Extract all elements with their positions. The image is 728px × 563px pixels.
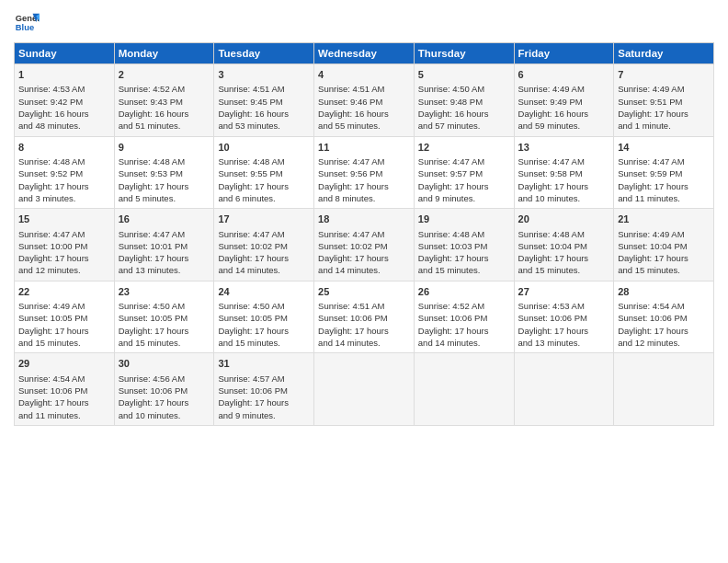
day-number: 25 bbox=[318, 285, 410, 299]
calendar-body: 1Sunrise: 4:53 AMSunset: 9:42 PMDaylight… bbox=[15, 64, 714, 426]
column-header-friday: Friday bbox=[514, 43, 614, 64]
calendar-cell: 13Sunrise: 4:47 AMSunset: 9:58 PMDayligh… bbox=[514, 136, 614, 209]
calendar-header-row: SundayMondayTuesdayWednesdayThursdayFrid… bbox=[15, 43, 714, 64]
day-number: 8 bbox=[18, 141, 110, 155]
calendar-cell: 11Sunrise: 4:47 AMSunset: 9:56 PMDayligh… bbox=[314, 136, 415, 209]
calendar-cell: 9Sunrise: 4:48 AMSunset: 9:53 PMDaylight… bbox=[114, 136, 214, 209]
calendar-cell: 5Sunrise: 4:50 AMSunset: 9:48 PMDaylight… bbox=[414, 64, 514, 137]
column-header-sunday: Sunday bbox=[15, 43, 115, 64]
calendar-cell: 14Sunrise: 4:47 AMSunset: 9:59 PMDayligh… bbox=[614, 136, 714, 209]
day-number: 13 bbox=[518, 141, 610, 155]
day-number: 31 bbox=[218, 357, 310, 371]
day-number: 30 bbox=[119, 357, 210, 371]
calendar-cell: 30Sunrise: 4:56 AMSunset: 10:06 PMDaylig… bbox=[114, 353, 214, 426]
column-header-saturday: Saturday bbox=[614, 43, 714, 64]
day-number: 22 bbox=[18, 285, 110, 299]
calendar-cell bbox=[614, 353, 714, 426]
week-row-2: 8Sunrise: 4:48 AMSunset: 9:52 PMDaylight… bbox=[15, 136, 714, 209]
week-row-4: 22Sunrise: 4:49 AMSunset: 10:05 PMDaylig… bbox=[15, 281, 714, 353]
calendar-cell: 10Sunrise: 4:48 AMSunset: 9:55 PMDayligh… bbox=[214, 136, 314, 209]
calendar-cell: 16Sunrise: 4:47 AMSunset: 10:01 PMDaylig… bbox=[114, 209, 214, 282]
calendar-cell: 23Sunrise: 4:50 AMSunset: 10:05 PMDaylig… bbox=[114, 281, 214, 353]
column-header-monday: Monday bbox=[114, 43, 214, 64]
day-number: 10 bbox=[218, 141, 310, 155]
svg-text:Blue: Blue bbox=[16, 23, 34, 32]
day-number: 23 bbox=[119, 285, 210, 299]
calendar-cell: 15Sunrise: 4:47 AMSunset: 10:00 PMDaylig… bbox=[15, 209, 115, 282]
calendar-cell: 25Sunrise: 4:51 AMSunset: 10:06 PMDaylig… bbox=[314, 281, 415, 353]
day-number: 17 bbox=[218, 213, 310, 226]
calendar-cell bbox=[514, 353, 614, 426]
column-header-tuesday: Tuesday bbox=[214, 43, 314, 64]
day-number: 12 bbox=[418, 141, 510, 155]
day-number: 21 bbox=[618, 213, 710, 226]
calendar-cell bbox=[314, 353, 415, 426]
calendar-cell: 22Sunrise: 4:49 AMSunset: 10:05 PMDaylig… bbox=[15, 281, 115, 353]
logo: General Blue bbox=[14, 9, 40, 35]
day-number: 14 bbox=[618, 141, 710, 155]
day-number: 28 bbox=[618, 285, 710, 299]
day-number: 19 bbox=[418, 213, 510, 226]
calendar-cell: 21Sunrise: 4:49 AMSunset: 10:04 PMDaylig… bbox=[614, 209, 714, 282]
day-number: 2 bbox=[119, 68, 210, 82]
day-number: 1 bbox=[18, 68, 110, 82]
day-number: 24 bbox=[218, 285, 310, 299]
day-number: 16 bbox=[119, 213, 210, 226]
day-number: 27 bbox=[518, 285, 610, 299]
day-number: 26 bbox=[418, 285, 510, 299]
calendar-cell: 17Sunrise: 4:47 AMSunset: 10:02 PMDaylig… bbox=[214, 209, 314, 282]
day-number: 4 bbox=[318, 68, 410, 82]
day-number: 9 bbox=[119, 141, 210, 155]
calendar-cell: 6Sunrise: 4:49 AMSunset: 9:49 PMDaylight… bbox=[514, 64, 614, 137]
calendar-table: SundayMondayTuesdayWednesdayThursdayFrid… bbox=[14, 42, 714, 426]
calendar-cell: 1Sunrise: 4:53 AMSunset: 9:42 PMDaylight… bbox=[15, 64, 115, 137]
day-number: 3 bbox=[218, 68, 310, 82]
calendar-cell: 24Sunrise: 4:50 AMSunset: 10:05 PMDaylig… bbox=[214, 281, 314, 353]
day-number: 15 bbox=[18, 213, 110, 226]
day-number: 18 bbox=[318, 213, 410, 226]
day-number: 7 bbox=[618, 68, 710, 82]
calendar-cell: 27Sunrise: 4:53 AMSunset: 10:06 PMDaylig… bbox=[514, 281, 614, 353]
day-number: 29 bbox=[18, 357, 110, 371]
calendar-cell: 29Sunrise: 4:54 AMSunset: 10:06 PMDaylig… bbox=[15, 353, 115, 426]
calendar-cell: 7Sunrise: 4:49 AMSunset: 9:51 PMDaylight… bbox=[614, 64, 714, 137]
calendar-cell: 2Sunrise: 4:52 AMSunset: 9:43 PMDaylight… bbox=[114, 64, 214, 137]
day-number: 20 bbox=[518, 213, 610, 226]
calendar-cell: 31Sunrise: 4:57 AMSunset: 10:06 PMDaylig… bbox=[214, 353, 314, 426]
calendar-cell: 28Sunrise: 4:54 AMSunset: 10:06 PMDaylig… bbox=[614, 281, 714, 353]
column-header-thursday: Thursday bbox=[414, 43, 514, 64]
calendar-cell: 26Sunrise: 4:52 AMSunset: 10:06 PMDaylig… bbox=[414, 281, 514, 353]
calendar-cell: 12Sunrise: 4:47 AMSunset: 9:57 PMDayligh… bbox=[414, 136, 514, 209]
logo-icon: General Blue bbox=[14, 9, 40, 35]
column-header-wednesday: Wednesday bbox=[314, 43, 415, 64]
calendar-cell: 4Sunrise: 4:51 AMSunset: 9:46 PMDaylight… bbox=[314, 64, 415, 137]
calendar-cell: 19Sunrise: 4:48 AMSunset: 10:03 PMDaylig… bbox=[414, 209, 514, 282]
calendar-cell: 3Sunrise: 4:51 AMSunset: 9:45 PMDaylight… bbox=[214, 64, 314, 137]
page: General Blue SundayMondayTuesdayWednesda… bbox=[0, 0, 728, 563]
calendar-cell: 20Sunrise: 4:48 AMSunset: 10:04 PMDaylig… bbox=[514, 209, 614, 282]
header: General Blue bbox=[14, 9, 714, 35]
day-number: 11 bbox=[318, 141, 410, 155]
calendar-cell: 18Sunrise: 4:47 AMSunset: 10:02 PMDaylig… bbox=[314, 209, 415, 282]
week-row-5: 29Sunrise: 4:54 AMSunset: 10:06 PMDaylig… bbox=[15, 353, 714, 426]
week-row-3: 15Sunrise: 4:47 AMSunset: 10:00 PMDaylig… bbox=[15, 209, 714, 282]
calendar-cell bbox=[414, 353, 514, 426]
week-row-1: 1Sunrise: 4:53 AMSunset: 9:42 PMDaylight… bbox=[15, 64, 714, 137]
day-number: 6 bbox=[518, 68, 610, 82]
day-number: 5 bbox=[418, 68, 510, 82]
calendar-cell: 8Sunrise: 4:48 AMSunset: 9:52 PMDaylight… bbox=[15, 136, 115, 209]
